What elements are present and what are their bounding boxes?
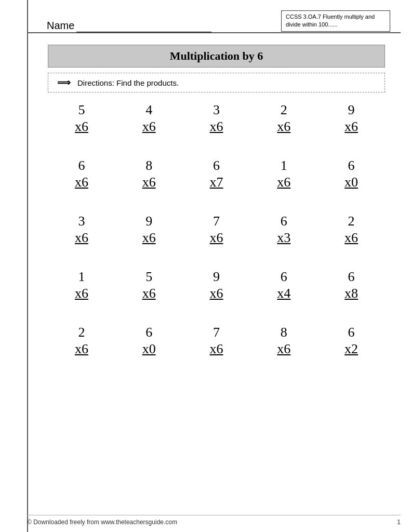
problem-item: 1x6 bbox=[48, 269, 115, 302]
problem-bottom: x6 bbox=[209, 229, 223, 247]
problems-grid: 5x64x63x62x69x66x68x66x71x66x03x69x67x66… bbox=[48, 102, 385, 380]
page: Name CCSS 3.OA.7 Fluently multiply and d… bbox=[0, 0, 411, 532]
problem-top: 5 bbox=[78, 102, 85, 118]
problem-top: 6 bbox=[78, 157, 85, 174]
problem-top: 6 bbox=[213, 157, 220, 174]
directions-text: Directions: Find the products. bbox=[77, 78, 179, 87]
problem-item: 6x4 bbox=[250, 269, 317, 302]
problem-bottom: x6 bbox=[209, 340, 223, 358]
problem-item: 9x6 bbox=[115, 213, 183, 247]
problem-bottom: x6 bbox=[142, 174, 156, 191]
problem-top: 9 bbox=[145, 213, 152, 229]
problem-item: 8x6 bbox=[115, 157, 183, 191]
problem-top: 6 bbox=[281, 269, 287, 285]
problem-top: 6 bbox=[348, 269, 355, 285]
problem-item: 6x3 bbox=[250, 213, 317, 247]
problem-top: 4 bbox=[145, 102, 152, 118]
problem-bottom: x6 bbox=[277, 118, 290, 136]
problem-item: 7x6 bbox=[183, 213, 250, 247]
problem-bottom: x6 bbox=[209, 285, 223, 302]
problem-bottom: x6 bbox=[75, 285, 88, 302]
title-text: Multiplication by 6 bbox=[170, 49, 263, 62]
problem-item: 8x6 bbox=[250, 324, 317, 358]
problem-bottom: x6 bbox=[142, 285, 156, 302]
title-box: Multiplication by 6 bbox=[48, 45, 385, 68]
problem-top: 6 bbox=[348, 324, 355, 340]
problem-bottom: x6 bbox=[344, 118, 358, 136]
problem-item: 5x6 bbox=[115, 269, 183, 302]
top-border bbox=[27, 32, 401, 33]
name-label: Name bbox=[47, 20, 211, 33]
problem-item: 6x0 bbox=[115, 324, 183, 358]
problem-top: 1 bbox=[281, 157, 287, 174]
problem-bottom: x7 bbox=[209, 174, 223, 191]
problem-bottom: x3 bbox=[277, 229, 290, 247]
problem-item: 6x8 bbox=[317, 269, 385, 302]
problem-bottom: x6 bbox=[75, 174, 88, 191]
problem-top: 2 bbox=[78, 324, 85, 340]
problem-item: 2x6 bbox=[317, 213, 385, 247]
problem-bottom: x8 bbox=[344, 285, 358, 302]
problem-top: 7 bbox=[213, 324, 220, 340]
problem-item: 3x6 bbox=[183, 102, 250, 136]
problem-bottom: x6 bbox=[209, 118, 223, 136]
problem-top: 2 bbox=[281, 102, 287, 118]
problem-item: 7x6 bbox=[183, 324, 250, 358]
problem-top: 2 bbox=[348, 213, 355, 229]
problem-top: 9 bbox=[348, 102, 355, 118]
problem-item: 6x0 bbox=[317, 157, 385, 191]
problem-item: 1x6 bbox=[250, 157, 317, 191]
problem-top: 7 bbox=[213, 213, 220, 229]
problem-bottom: x0 bbox=[344, 174, 358, 191]
problem-top: 1 bbox=[78, 269, 85, 285]
problem-bottom: x6 bbox=[75, 118, 88, 136]
ccss-box: CCSS 3.OA.7 Fluently multiply and divide… bbox=[281, 10, 390, 32]
problem-item: 6x7 bbox=[183, 157, 250, 191]
problem-top: 6 bbox=[348, 157, 355, 174]
problem-bottom: x6 bbox=[75, 229, 88, 247]
problem-bottom: x4 bbox=[277, 285, 290, 302]
problem-bottom: x6 bbox=[277, 174, 290, 191]
problem-item: 6x6 bbox=[48, 157, 115, 191]
copyright-text: © Downloaded freely from www.theteachers… bbox=[27, 518, 177, 526]
problem-top: 5 bbox=[145, 269, 152, 285]
header-area: Name CCSS 3.OA.7 Fluently multiply and d… bbox=[16, 10, 395, 41]
problem-top: 6 bbox=[145, 324, 152, 340]
left-border bbox=[27, 0, 28, 532]
problem-bottom: x2 bbox=[344, 340, 358, 358]
problem-top: 8 bbox=[281, 324, 287, 340]
problem-bottom: x0 bbox=[142, 340, 156, 358]
page-number: 1 bbox=[397, 518, 401, 526]
footer: © Downloaded freely from www.theteachers… bbox=[27, 515, 401, 526]
problem-top: 8 bbox=[145, 157, 152, 174]
problem-item: 3x6 bbox=[48, 213, 115, 247]
problem-item: 6x2 bbox=[317, 324, 385, 358]
problem-bottom: x6 bbox=[142, 118, 156, 136]
problem-bottom: x6 bbox=[344, 229, 358, 247]
content-area: Multiplication by 6 ⟹ Directions: Find t… bbox=[16, 45, 395, 380]
problem-bottom: x6 bbox=[142, 229, 156, 247]
problem-item: 9x6 bbox=[317, 102, 385, 136]
arrow-icon: ⟹ bbox=[55, 77, 73, 88]
problem-top: 3 bbox=[213, 102, 220, 118]
problem-item: 4x6 bbox=[115, 102, 183, 136]
problem-item: 2x6 bbox=[48, 324, 115, 358]
problem-top: 6 bbox=[281, 213, 287, 229]
problem-item: 2x6 bbox=[250, 102, 317, 136]
problem-top: 9 bbox=[213, 269, 220, 285]
directions-box: ⟹ Directions: Find the products. bbox=[48, 73, 385, 92]
problem-bottom: x6 bbox=[75, 340, 88, 358]
problem-item: 5x6 bbox=[48, 102, 115, 136]
problem-bottom: x6 bbox=[277, 340, 290, 358]
problem-item: 9x6 bbox=[183, 269, 250, 302]
problem-top: 3 bbox=[78, 213, 85, 229]
